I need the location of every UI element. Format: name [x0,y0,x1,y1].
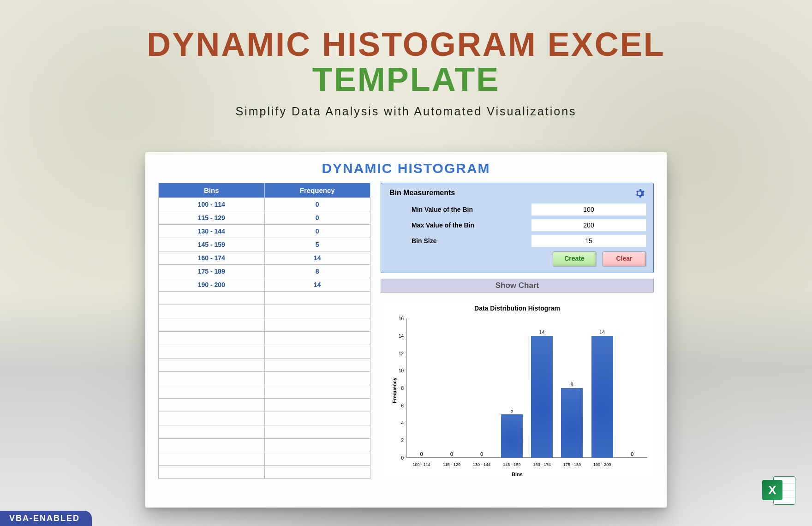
table-row[interactable] [159,359,370,372]
bin-cell: 190 - 200 [159,278,265,292]
table-row[interactable] [159,439,370,452]
chart-title: Data Distribution Histogram [381,302,654,312]
frequency-cell: 0 [264,225,370,238]
frequency-cell: 0 [264,198,370,211]
table-row[interactable] [159,385,370,399]
bar-slot: 14160 - 174 [527,318,557,458]
table-row[interactable] [159,318,370,332]
table-row[interactable]: 190 - 20014 [159,278,370,292]
bar-category-label: 175 - 189 [563,462,581,467]
max-value-label: Max Value of the Bin [389,221,531,229]
frequency-cell: 14 [264,251,370,265]
table-row[interactable] [159,412,370,425]
bar-category-label: 100 - 114 [413,462,430,467]
y-tick: 0 [394,455,404,460]
bins-header: Bins [159,183,265,198]
create-button[interactable]: Create [553,251,596,266]
bar-slot: 0130 - 144 [467,318,497,458]
bin-panel-title: Bin Measurements [389,189,646,197]
bar-value-label: 0 [480,451,483,457]
bar-category-label: 160 - 174 [533,462,551,467]
y-tick: 16 [394,316,404,321]
bar-slot: 5145 - 159 [497,318,527,458]
histogram-bar [591,336,613,458]
vba-enabled-badge: VBA-ENABLED [0,511,92,526]
table-row[interactable]: 145 - 1595 [159,238,370,251]
frequency-cell: 8 [264,265,370,278]
table-row[interactable] [159,345,370,359]
table-row[interactable] [159,305,370,318]
y-tick: 14 [394,333,404,338]
bar-value-label: 0 [450,451,453,457]
histogram-bar [561,388,583,458]
table-row[interactable] [159,292,370,305]
bar-slot: 0100 - 114 [406,318,436,458]
bar-value-label: 0 [420,451,423,457]
table-row[interactable] [159,425,370,439]
table-row[interactable] [159,399,370,412]
frequency-cell: 5 [264,238,370,251]
show-chart-button[interactable]: Show Chart [381,279,654,293]
bins-table-wrap: Bins Frequency 100 - 1140115 - 1290130 -… [158,183,370,479]
title-line-1: DYNAMIC HISTOGRAM EXCEL [0,25,812,63]
bin-size-label: Bin Size [389,237,531,245]
chart-x-axis-label: Bins [381,472,654,477]
bin-size-input[interactable]: 15 [531,235,646,247]
bar-value-label: 14 [599,329,605,335]
min-value-input[interactable]: 100 [531,203,646,215]
histogram-bar [501,414,523,458]
y-tick: 8 [394,386,404,391]
bar-value-label: 0 [631,451,633,457]
frequency-cell: 0 [264,211,370,225]
frequency-header: Frequency [264,183,370,198]
histogram-bar [531,336,553,458]
bar-category-label: 145 - 159 [503,462,520,467]
y-tick: 4 [394,420,404,425]
y-tick: 6 [394,403,404,408]
bar-value-label: 14 [539,329,545,335]
y-tick: 2 [394,438,404,443]
bin-cell: 145 - 159 [159,238,265,251]
bin-cell: 130 - 144 [159,225,265,238]
bins-table: Bins Frequency 100 - 1140115 - 1290130 -… [158,183,370,479]
y-tick: 10 [394,368,404,373]
table-row[interactable] [159,332,370,345]
table-row[interactable]: 115 - 1290 [159,211,370,225]
table-row[interactable]: 160 - 17414 [159,251,370,265]
bar-category-label: 130 - 144 [473,462,490,467]
bar-value-label: 5 [510,408,513,413]
min-value-label: Min Value of the Bin [389,206,531,213]
card-title: DYNAMIC HISTOGRAM [158,161,654,176]
bin-cell: 100 - 114 [159,198,265,211]
gear-icon[interactable] [633,187,646,202]
excel-icon: X [762,473,795,507]
bin-cell: 175 - 189 [159,265,265,278]
bin-measurements-panel: Bin Measurements Min Value of the Bin 10… [381,183,654,273]
clear-button[interactable]: Clear [603,251,646,266]
bar-category-label: 115 - 129 [443,462,460,467]
table-row[interactable] [159,372,370,385]
template-card: DYNAMIC HISTOGRAM Bins Frequency 100 - 1… [145,152,667,508]
table-row[interactable]: 175 - 1898 [159,265,370,278]
table-row[interactable] [159,452,370,466]
histogram-chart: Data Distribution Histogram Frequency 01… [381,302,654,479]
bar-slot: 0115 - 129 [436,318,466,458]
y-tick: 12 [394,351,404,356]
title-line-2: TEMPLATE [0,60,812,98]
bin-cell: 115 - 129 [159,211,265,225]
table-row[interactable] [159,466,370,479]
bar-slot: 14190 - 200 [587,318,617,458]
bar-slot: 8175 - 189 [557,318,587,458]
hero-title: DYNAMIC HISTOGRAM EXCEL TEMPLATE [0,0,812,98]
bar-value-label: 8 [571,382,573,387]
hero-subtitle: Simplify Data Analysis with Automated Vi… [0,105,812,118]
table-row[interactable]: 100 - 1140 [159,198,370,211]
bin-cell: 160 - 174 [159,251,265,265]
max-value-input[interactable]: 200 [531,219,646,231]
frequency-cell: 14 [264,278,370,292]
bar-category-label: 190 - 200 [593,462,611,467]
table-row[interactable]: 130 - 1440 [159,225,370,238]
bar-slot: 0 [617,318,647,458]
